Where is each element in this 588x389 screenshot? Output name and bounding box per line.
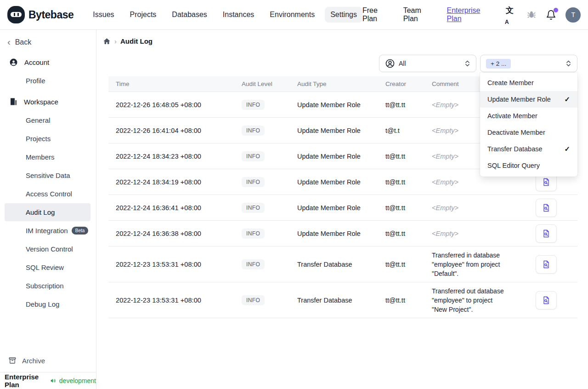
audit-type-dropdown-menu: Create Member Update Member Role ✓ Activ… bbox=[480, 73, 577, 177]
sidebar-item-sql-review[interactable]: SQL Review bbox=[5, 258, 90, 276]
cell-time: 2022-12-23 13:53:31 +08:00 bbox=[108, 297, 242, 304]
level-badge: INFO bbox=[242, 177, 265, 187]
cell-time: 2022-12-24 18:34:19 +08:00 bbox=[108, 178, 242, 186]
sidebar-item-access-control[interactable]: Access Control bbox=[5, 185, 90, 203]
check-icon: ✓ bbox=[564, 145, 570, 153]
filter-toolbar: All + 2 ... Create Member bbox=[108, 55, 577, 72]
level-badge: INFO bbox=[242, 100, 265, 110]
view-detail-button[interactable] bbox=[536, 255, 557, 274]
menu-item-update-member-role[interactable]: Update Member Role ✓ bbox=[480, 91, 577, 108]
person-circle-icon bbox=[385, 58, 395, 69]
sidebar-item-version-control[interactable]: Version Control bbox=[5, 240, 90, 258]
brand-name: Bytebase bbox=[28, 9, 74, 21]
audit-type-filter-select[interactable]: + 2 ... bbox=[480, 55, 577, 72]
bytebase-logo-icon bbox=[7, 6, 25, 23]
breadcrumb: › Audit Log bbox=[96, 35, 588, 46]
check-icon: ✓ bbox=[564, 95, 570, 103]
sidebar-item-projects[interactable]: Projects bbox=[5, 130, 90, 148]
cell-type: Update Member Role bbox=[297, 153, 385, 160]
creator-filter-select[interactable]: All bbox=[379, 55, 476, 72]
table-row: 2022-12-23 13:53:31 +08:00 INFO Transfer… bbox=[108, 282, 577, 318]
selector-chevrons-icon bbox=[464, 59, 470, 68]
document-search-icon bbox=[542, 260, 551, 269]
nav-item-issues[interactable]: Issues bbox=[87, 7, 119, 23]
back-label: Back bbox=[15, 38, 32, 46]
navbar-right: Free Plan Team Plan Enterprise Plan 文A T bbox=[362, 5, 581, 25]
document-search-icon bbox=[542, 177, 551, 187]
cell-comment: Transferred out database "employee" to p… bbox=[432, 286, 515, 314]
document-search-icon bbox=[542, 203, 551, 212]
cell-type: Update Member Role bbox=[297, 127, 385, 134]
nav-item-environments[interactable]: Environments bbox=[264, 7, 320, 23]
level-badge: INFO bbox=[242, 151, 265, 161]
sidebar-item-members[interactable]: Members bbox=[5, 148, 90, 166]
bytebase-logo[interactable]: Bytebase bbox=[7, 6, 74, 23]
view-detail-button[interactable] bbox=[536, 224, 557, 243]
cell-creator: tt@tt.tt bbox=[385, 204, 432, 212]
sidebar-item-debug-log[interactable]: Debug Log bbox=[5, 295, 90, 313]
free-plan-link[interactable]: Free Plan bbox=[362, 6, 394, 23]
menu-item-transfer-database[interactable]: Transfer Database ✓ bbox=[480, 141, 577, 157]
home-icon[interactable] bbox=[103, 37, 111, 45]
cell-type: Update Member Role bbox=[297, 230, 385, 237]
nav-item-instances[interactable]: Instances bbox=[217, 7, 260, 23]
menu-item-deactivate-member[interactable]: Deactivate Member bbox=[480, 124, 577, 141]
user-avatar[interactable]: T bbox=[565, 7, 581, 23]
level-badge: INFO bbox=[242, 259, 265, 269]
cell-type: Update Member Role bbox=[297, 204, 385, 212]
speaker-icon bbox=[50, 377, 57, 384]
cell-creator: tt@tt.tt bbox=[385, 178, 432, 186]
sidebar-item-audit-log[interactable]: Audit Log bbox=[5, 203, 90, 221]
col-audit-type: Audit Type bbox=[297, 80, 385, 87]
view-detail-button[interactable] bbox=[536, 291, 557, 309]
sidebar-item-profile[interactable]: Profile bbox=[5, 72, 90, 90]
sidebar-section-workspace: Workspace bbox=[0, 92, 96, 111]
release-channel-label: development bbox=[59, 377, 96, 384]
footer-plan-label: Enterprise Plan bbox=[5, 373, 47, 389]
nav-item-settings[interactable]: Settings bbox=[325, 7, 362, 23]
enterprise-plan-link[interactable]: Enterprise Plan bbox=[447, 6, 497, 23]
menu-item-create-member[interactable]: Create Member bbox=[480, 74, 577, 91]
main-nav: Issues Projects Databases Instances Envi… bbox=[87, 7, 362, 23]
bug-icon[interactable] bbox=[526, 10, 537, 20]
cell-comment: Transferred in database "employee" from … bbox=[432, 251, 515, 278]
sidebar-section-account: Account bbox=[0, 53, 96, 71]
level-badge: INFO bbox=[242, 229, 265, 239]
team-plan-link[interactable]: Team Plan bbox=[403, 6, 438, 23]
nav-item-projects[interactable]: Projects bbox=[124, 7, 162, 23]
main-content: › Audit Log All + 2 ... bbox=[96, 30, 588, 389]
cell-time: 2022-12-24 18:34:23 +08:00 bbox=[108, 153, 242, 160]
level-badge: INFO bbox=[242, 126, 265, 136]
cell-creator: tt@tt.tt bbox=[385, 153, 432, 160]
notifications-bell-icon[interactable] bbox=[546, 10, 556, 20]
cell-creator: tt@tt.tt bbox=[385, 261, 432, 268]
col-audit-level: Audit Level bbox=[242, 80, 297, 87]
sidebar-item-sensitive-data[interactable]: Sensitive Data bbox=[5, 166, 90, 184]
nav-item-databases[interactable]: Databases bbox=[166, 7, 213, 23]
sidebar-item-general[interactable]: General bbox=[5, 111, 90, 129]
cell-comment: <Empty> bbox=[432, 230, 515, 237]
sidebar-item-subscription[interactable]: Subscription bbox=[5, 277, 90, 295]
breadcrumb-separator-icon: › bbox=[114, 37, 117, 45]
cell-time: 2022-12-26 16:41:04 +08:00 bbox=[108, 127, 242, 134]
col-time: Time bbox=[108, 80, 242, 87]
sidebar-item-im-integration[interactable]: IM Integration Beta bbox=[5, 222, 90, 240]
cell-time: 2022-12-23 13:53:31 +08:00 bbox=[108, 261, 242, 268]
table-row: 2022-12-24 16:36:38 +08:00 INFO Update M… bbox=[108, 221, 577, 246]
translate-icon[interactable]: 文A bbox=[506, 5, 517, 25]
audit-type-filter-tag: + 2 ... bbox=[486, 59, 511, 69]
selector-chevrons-icon bbox=[565, 59, 571, 68]
back-button[interactable]: ‹ Back bbox=[0, 34, 96, 50]
notification-dot bbox=[554, 8, 558, 12]
view-detail-button[interactable] bbox=[536, 199, 557, 217]
archive-button[interactable]: Archive bbox=[0, 352, 96, 369]
cell-time: 2022-12-24 16:36:41 +08:00 bbox=[108, 204, 242, 212]
menu-item-sql-editor-query[interactable]: SQL Editor Query bbox=[480, 157, 577, 174]
col-creator: Creator bbox=[385, 80, 432, 87]
cell-comment: <Empty> bbox=[432, 178, 515, 186]
beta-badge: Beta bbox=[72, 227, 89, 235]
chevron-left-icon: ‹ bbox=[7, 37, 11, 46]
cell-creator: tt@tt.tt bbox=[385, 297, 432, 304]
cell-time: 2022-12-26 16:48:05 +08:00 bbox=[108, 101, 242, 109]
menu-item-activate-member[interactable]: Activate Member bbox=[480, 108, 577, 124]
